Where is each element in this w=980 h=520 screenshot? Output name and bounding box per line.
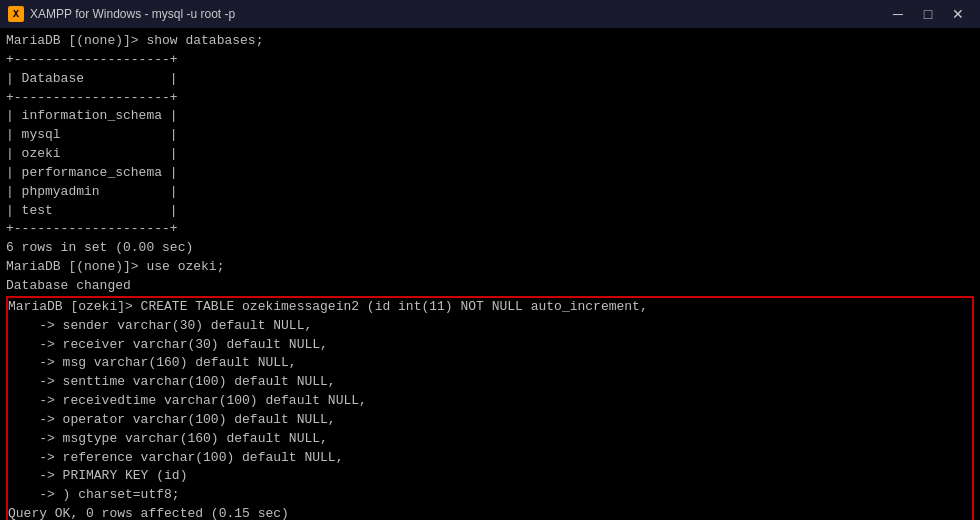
terminal-line: -> receiver varchar(30) default NULL,	[8, 336, 972, 355]
terminal-line: -> receivedtime varchar(100) default NUL…	[8, 392, 972, 411]
terminal-line: -> msg varchar(160) default NULL,	[8, 354, 972, 373]
terminal-line: MariaDB [(none)]> show databases;	[6, 32, 974, 51]
highlight-block: MariaDB [ozeki]> CREATE TABLE ozekimessa…	[6, 296, 974, 520]
window-controls: ─ □ ✕	[884, 4, 972, 24]
terminal-line: +--------------------+	[6, 220, 974, 239]
terminal-line: -> ) charset=utf8;	[8, 486, 972, 505]
terminal-line: MariaDB [ozeki]> CREATE TABLE ozekimessa…	[8, 298, 972, 317]
pre-highlight-lines: MariaDB [(none)]> show databases;+------…	[6, 32, 974, 296]
close-button[interactable]: ✕	[944, 4, 972, 24]
terminal-line: +--------------------+	[6, 51, 974, 70]
app-icon: X	[8, 6, 24, 22]
terminal-line: Query OK, 0 rows affected (0.15 sec)	[8, 505, 972, 520]
minimize-button[interactable]: ─	[884, 4, 912, 24]
terminal-line: -> senttime varchar(100) default NULL,	[8, 373, 972, 392]
terminal-line: | performance_schema |	[6, 164, 974, 183]
terminal-line: -> operator varchar(100) default NULL,	[8, 411, 972, 430]
terminal-line: MariaDB [(none)]> use ozeki;	[6, 258, 974, 277]
maximize-button[interactable]: □	[914, 4, 942, 24]
terminal-line: -> reference varchar(100) default NULL,	[8, 449, 972, 468]
terminal-line: 6 rows in set (0.00 sec)	[6, 239, 974, 258]
terminal-line: | information_schema |	[6, 107, 974, 126]
terminal-line: | test |	[6, 202, 974, 221]
window-title: XAMPP for Windows - mysql -u root -p	[30, 7, 235, 21]
main-window: X XAMPP for Windows - mysql -u root -p ─…	[0, 0, 980, 520]
terminal-line: | Database |	[6, 70, 974, 89]
terminal-line: | ozeki |	[6, 145, 974, 164]
terminal-line: -> PRIMARY KEY (id)	[8, 467, 972, 486]
terminal-line: | mysql |	[6, 126, 974, 145]
title-bar-left: X XAMPP for Windows - mysql -u root -p	[8, 6, 235, 22]
title-bar: X XAMPP for Windows - mysql -u root -p ─…	[0, 0, 980, 28]
terminal-line: Database changed	[6, 277, 974, 296]
terminal-line: | phpmyadmin |	[6, 183, 974, 202]
terminal-line: -> msgtype varchar(160) default NULL,	[8, 430, 972, 449]
terminal-line: -> sender varchar(30) default NULL,	[8, 317, 972, 336]
terminal-output[interactable]: MariaDB [(none)]> show databases;+------…	[0, 28, 980, 520]
terminal-line: +--------------------+	[6, 89, 974, 108]
